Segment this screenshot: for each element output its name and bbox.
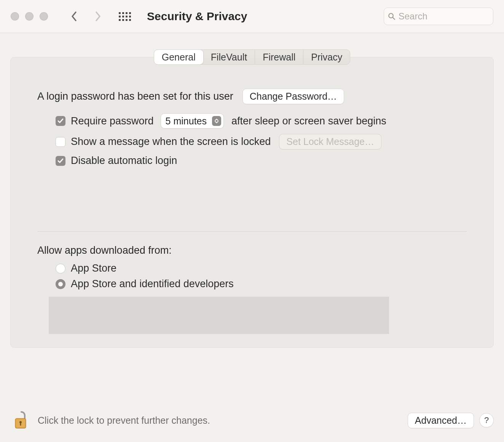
tab-bar: General FileVault Firewall Privacy: [0, 49, 504, 65]
help-button[interactable]: ?: [479, 413, 494, 428]
disable-auto-login-checkbox[interactable]: [56, 156, 65, 166]
tab-label: Firewall: [263, 52, 295, 63]
checkmark-icon: [57, 157, 64, 164]
window-zoom-button[interactable]: [40, 12, 48, 21]
require-password-delay-select[interactable]: 5 minutes: [161, 113, 224, 129]
radio-identified-developers-label: App Store and identified developers: [71, 278, 234, 290]
chevron-right-icon: [94, 11, 101, 22]
tab-label: General: [162, 52, 196, 63]
search-field-wrap[interactable]: [384, 8, 493, 25]
svg-line-1: [393, 17, 395, 19]
window-minimize-button[interactable]: [25, 12, 33, 21]
show-lock-message-label: Show a message when the screen is locked: [71, 136, 271, 148]
search-icon: [388, 12, 396, 21]
checkmark-icon: [57, 118, 64, 124]
toolbar: Security & Privacy: [0, 0, 504, 33]
search-input[interactable]: [399, 11, 489, 22]
tab-label: Privacy: [311, 52, 342, 63]
unlocked-padlock-icon: [13, 411, 30, 430]
lock-hint-text: Click the lock to prevent further change…: [38, 415, 402, 426]
require-password-checkbox[interactable]: [56, 116, 65, 126]
lock-button[interactable]: [10, 409, 32, 431]
select-value: 5 minutes: [166, 116, 207, 127]
require-password-label: Require password: [71, 115, 154, 127]
help-icon: ?: [484, 415, 489, 425]
login-password-status: A login password has been set for this u…: [37, 91, 233, 102]
footer: Click the lock to prevent further change…: [10, 407, 494, 434]
radio-identified-developers[interactable]: [56, 279, 65, 289]
show-lock-message-checkbox[interactable]: [56, 137, 65, 147]
set-lock-message-button[interactable]: Set Lock Message…: [279, 134, 381, 149]
window-title: Security & Privacy: [147, 10, 247, 23]
chevron-left-icon: [71, 11, 78, 22]
require-password-suffix: after sleep or screen saver begins: [231, 115, 386, 127]
divider: [37, 231, 467, 232]
back-button[interactable]: [69, 10, 80, 23]
radio-app-store-label: App Store: [71, 262, 116, 274]
tab-filevault[interactable]: FileVault: [203, 50, 255, 64]
gatekeeper-heading: Allow apps downloaded from:: [37, 245, 467, 256]
tab-firewall[interactable]: Firewall: [255, 50, 303, 64]
recent-app-info-area: [49, 297, 389, 334]
change-password-button[interactable]: Change Password…: [242, 89, 344, 104]
nav-arrows: [69, 10, 104, 23]
window-close-button[interactable]: [11, 12, 19, 21]
tab-label: FileVault: [211, 52, 247, 63]
general-panel: A login password has been set for this u…: [10, 57, 494, 348]
disable-auto-login-label: Disable automatic login: [71, 155, 177, 167]
advanced-button[interactable]: Advanced…: [408, 413, 474, 428]
traffic-lights: [11, 12, 48, 21]
tab-general[interactable]: General: [154, 49, 204, 65]
tab-privacy[interactable]: Privacy: [303, 50, 350, 64]
stepper-icon: [212, 116, 221, 126]
show-all-prefs-button[interactable]: [119, 12, 131, 21]
svg-rect-5: [20, 423, 21, 426]
forward-button[interactable]: [92, 10, 104, 23]
svg-point-0: [389, 13, 393, 18]
radio-app-store[interactable]: [56, 264, 65, 273]
